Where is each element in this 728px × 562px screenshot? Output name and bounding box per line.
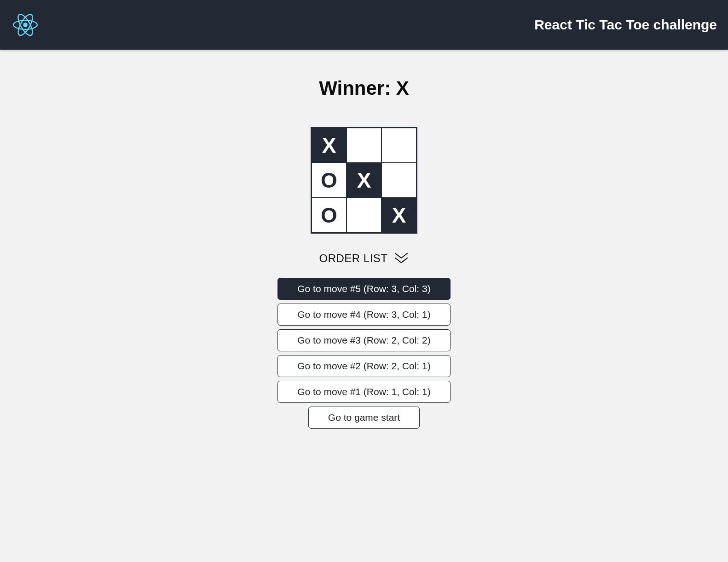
react-logo-icon: [13, 12, 38, 37]
go-to-move-button-0[interactable]: Go to move #5 (Row: 3, Col: 3): [277, 278, 451, 300]
go-to-move-button-3[interactable]: Go to move #2 (Row: 2, Col: 1): [277, 355, 451, 377]
board-square-6[interactable]: O: [312, 198, 347, 233]
order-label: ORDER LIST: [319, 252, 387, 265]
game-board: XOXOX: [311, 127, 417, 234]
game-status: Winner: X: [319, 77, 409, 99]
go-to-move-button-1[interactable]: Go to move #4 (Row: 3, Col: 1): [277, 304, 451, 326]
board-square-5[interactable]: [381, 163, 416, 198]
board-square-1[interactable]: [347, 128, 381, 163]
board-square-2[interactable]: [381, 128, 416, 163]
move-history-list: Go to move #5 (Row: 3, Col: 3)Go to move…: [277, 278, 451, 429]
go-to-start-button[interactable]: Go to game start: [308, 407, 420, 429]
main-content: Winner: X XOXOX ORDER LIST Go to move #5…: [0, 50, 728, 429]
board-square-7[interactable]: [347, 198, 381, 233]
board-square-4[interactable]: X: [347, 163, 381, 198]
go-to-move-button-2[interactable]: Go to move #3 (Row: 2, Col: 2): [277, 329, 451, 351]
order-toggle[interactable]: ORDER LIST: [319, 252, 409, 265]
go-to-move-button-4[interactable]: Go to move #1 (Row: 1, Col: 1): [277, 381, 451, 403]
app-header: React Tic Tac Toe challenge: [0, 0, 728, 50]
header-title: React Tic Tac Toe challenge: [534, 17, 717, 33]
board-square-3[interactable]: O: [312, 163, 347, 198]
board-square-0[interactable]: X: [312, 128, 347, 163]
board-square-8[interactable]: X: [381, 198, 416, 233]
svg-point-0: [23, 23, 28, 27]
double-chevron-down-icon: [393, 252, 409, 264]
